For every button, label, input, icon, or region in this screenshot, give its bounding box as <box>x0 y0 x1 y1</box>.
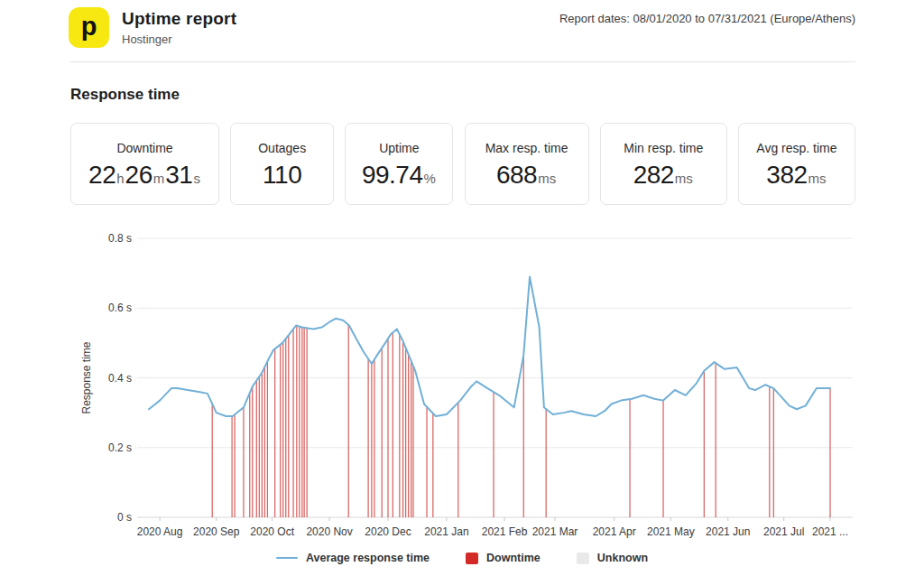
stat-value: 382ms <box>766 163 827 188</box>
stat-value-number: 382 <box>766 163 807 188</box>
page-title: Uptime report <box>122 9 236 29</box>
stat-value-unit: ms <box>675 172 693 185</box>
stat-card-min-resp-time: Min resp. time 282ms <box>600 123 727 205</box>
downtime-swatch-icon <box>466 553 478 564</box>
x-tick-label: 2020 Dec <box>365 525 411 538</box>
stats-row: Downtime 22h26m31s Outages 110 Uptime 99… <box>70 123 855 205</box>
stat-value-unit: m <box>153 172 165 185</box>
stat-value-number: 110 <box>263 163 301 188</box>
line-sample-icon <box>276 557 298 560</box>
stat-label: Avg resp. time <box>756 141 836 155</box>
stat-label: Outages <box>258 141 306 155</box>
stat-value: 282ms <box>633 163 694 188</box>
stat-card-downtime: Downtime 22h26m31s <box>70 123 219 205</box>
unknown-swatch-icon <box>577 553 589 564</box>
x-tick-label: 2020 Nov <box>306 525 352 538</box>
pingdom-logo: p <box>69 7 109 48</box>
legend-downtime: Downtime <box>466 552 541 564</box>
stat-card-max-resp-time: Max resp. time 688ms <box>465 123 589 205</box>
x-tick-label: 2021 Apr <box>593 525 636 538</box>
x-tick-label: 2020 Sep <box>193 525 240 538</box>
y-tick-label: 0.2 s <box>108 441 132 454</box>
stat-label: Min resp. time <box>624 141 703 155</box>
stat-value-unit: ms <box>538 172 556 185</box>
stat-value-number: 99.74 <box>362 163 423 188</box>
y-tick-label: 0.4 s <box>108 372 132 385</box>
monitor-name: Hostinger <box>122 33 236 46</box>
stat-value-number: 282 <box>633 163 674 188</box>
stat-value: 22h26m31s <box>88 163 201 188</box>
chart-legend: Average response time Downtime Unknown <box>0 552 924 564</box>
x-tick-label: 2021 Mar <box>532 525 578 538</box>
stat-label: Uptime <box>379 141 419 155</box>
stat-value-number: 31 <box>165 163 192 188</box>
legend-average-response-time: Average response time <box>276 552 430 564</box>
x-tick-label: 2021 Feb <box>482 525 528 538</box>
y-tick-label: 0 s <box>117 511 132 524</box>
response-time-chart: 0 s0.2 s0.4 s0.6 s0.8 s2020 Aug2020 Sep2… <box>0 221 924 546</box>
y-tick-label: 0.6 s <box>108 302 132 314</box>
stat-value: 688ms <box>496 163 557 188</box>
x-tick-label: 2021 Jan <box>424 525 468 538</box>
legend-label: Average response time <box>306 552 430 564</box>
stat-value-unit: h <box>116 172 124 185</box>
y-tick-label: 0.8 s <box>108 232 132 245</box>
y-axis-title: Response time <box>80 341 93 413</box>
stat-label: Downtime <box>116 141 172 155</box>
header-divider <box>70 61 855 62</box>
x-tick-label: 2021 Jul <box>763 525 804 538</box>
legend-label: Downtime <box>486 552 541 564</box>
stat-value-number: 26 <box>125 163 152 188</box>
stat-card-outages: Outages 110 <box>230 123 334 205</box>
report-dates: Report dates: 08/01/2020 to 07/31/2021 (… <box>559 12 855 25</box>
stat-value: 110 <box>263 163 301 188</box>
logo-letter: p <box>81 12 97 42</box>
stat-value: 99.74% <box>362 163 437 188</box>
x-tick-label: 2020 Aug <box>137 525 183 538</box>
stat-card-avg-resp-time: Avg resp. time 382ms <box>738 123 855 205</box>
report-titles: Uptime report Hostinger <box>122 9 236 46</box>
downtime-bars <box>212 325 830 517</box>
stat-value-number: 688 <box>496 163 537 188</box>
legend-unknown: Unknown <box>577 552 648 564</box>
stat-value-unit: s <box>193 172 200 185</box>
uptime-report-page: p Uptime report Hostinger Report dates: … <box>0 0 924 576</box>
x-tick-label: 2021 ... <box>812 525 848 538</box>
section-heading: Response time <box>70 86 180 104</box>
stat-value-number: 22 <box>88 163 116 188</box>
legend-label: Unknown <box>597 552 648 564</box>
average-response-line <box>149 276 830 416</box>
x-tick-label: 2021 May <box>647 525 695 538</box>
stat-card-uptime: Uptime 99.74% <box>345 123 453 205</box>
stat-label: Max resp. time <box>485 141 568 155</box>
x-tick-label: 2020 Oct <box>250 525 294 538</box>
stat-value-unit: ms <box>808 172 827 185</box>
stat-value-unit: % <box>423 172 435 185</box>
x-tick-label: 2021 Jun <box>706 525 750 538</box>
